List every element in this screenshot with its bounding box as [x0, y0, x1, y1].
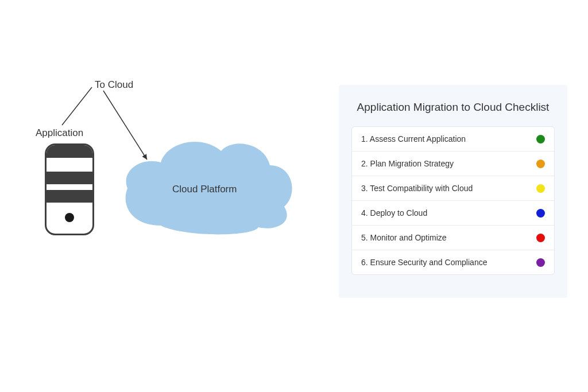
checklist-item: 1. Assess Current Application — [352, 127, 554, 151]
checklist-item: 3. Test Compatibility with Cloud — [352, 176, 554, 200]
checklist-item-label: 2. Plan Migration Strategy — [361, 159, 454, 168]
to-cloud-label: To Cloud — [95, 79, 133, 91]
checklist-item-label: 3. Test Compatibility with Cloud — [361, 184, 473, 193]
cloud-platform-label: Cloud Platform — [172, 184, 237, 195]
checklist-item: 2. Plan Migration Strategy — [352, 151, 554, 176]
checklist: 1. Assess Current Application 2. Plan Mi… — [351, 126, 555, 275]
checklist-panel: Application Migration to Cloud Checklist… — [339, 85, 567, 298]
application-label: Application — [36, 127, 83, 139]
migration-diagram: Application To Cloud Cloud Platform — [0, 0, 333, 392]
status-dot-icon — [536, 160, 545, 168]
checklist-item: 5. Monitor and Optimize — [352, 225, 554, 250]
checklist-title: Application Migration to Cloud Checklist — [351, 101, 555, 114]
svg-line-0 — [62, 87, 92, 125]
checklist-item-label: 5. Monitor and Optimize — [361, 233, 447, 242]
checklist-item: 4. Deploy to Cloud — [352, 200, 554, 225]
checklist-item: 6. Ensure Security and Compliance — [352, 250, 554, 274]
checklist-item-label: 4. Deploy to Cloud — [361, 208, 427, 218]
server-icon — [45, 143, 94, 235]
checklist-item-label: 1. Assess Current Application — [361, 134, 466, 143]
status-dot-icon — [536, 209, 545, 218]
status-dot-icon — [536, 258, 545, 267]
status-dot-icon — [536, 135, 545, 143]
status-dot-icon — [536, 234, 545, 242]
checklist-item-label: 6. Ensure Security and Compliance — [361, 258, 487, 267]
status-dot-icon — [536, 184, 545, 193]
